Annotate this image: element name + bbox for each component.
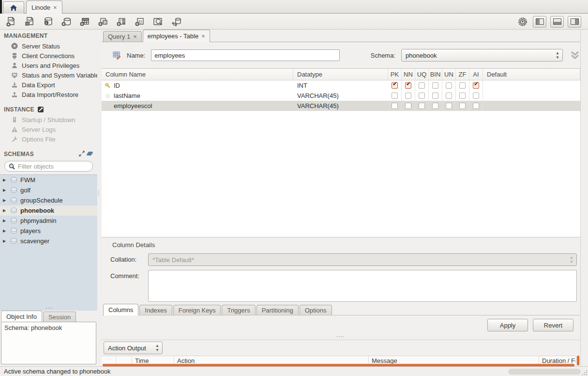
sidebar-item-status-system-variables[interactable]: Status and System Variables <box>0 70 97 80</box>
revert-button[interactable]: Revert <box>533 319 573 331</box>
tab-employees-table[interactable]: employees - Table × <box>143 30 210 42</box>
ai-checkbox[interactable] <box>473 103 479 109</box>
schema-item-players[interactable]: ▶ players <box>0 226 97 236</box>
zf-checkbox[interactable] <box>459 93 466 99</box>
tab-object-info[interactable]: Object Info <box>1 311 42 322</box>
statusbar-scrollbar-thumb[interactable] <box>508 369 581 375</box>
header-nn[interactable]: NN <box>402 69 415 80</box>
collation-select[interactable]: *Table Default* ▲▼ <box>148 253 577 266</box>
header-zf[interactable]: ZF <box>456 69 469 80</box>
open-script-icon[interactable]: SQL <box>23 16 36 28</box>
sidebar-splitter[interactable] <box>97 30 102 366</box>
schema-item-phpmyadmin[interactable]: ▶ phpmyadmin <box>0 216 97 226</box>
toggle-left-panel-button[interactable] <box>533 16 546 28</box>
search-data-icon[interactable] <box>152 16 165 28</box>
subtab-foreign-keys[interactable]: Foreign Keys <box>173 305 221 315</box>
sidebar-item-server-status[interactable]: Server Status <box>0 41 97 51</box>
column-row-id[interactable]: ID INT <box>102 80 580 91</box>
close-icon[interactable]: × <box>201 32 205 40</box>
expand-schemas-icon[interactable] <box>78 150 86 157</box>
header-uq[interactable]: UQ <box>415 69 429 80</box>
new-query-icon[interactable]: SQL <box>5 16 17 28</box>
pk-checkbox[interactable] <box>392 82 398 89</box>
un-checkbox[interactable] <box>446 93 452 99</box>
dashboard-gear-icon[interactable] <box>516 16 529 28</box>
refresh-schemas-icon[interactable] <box>86 150 93 157</box>
sidebar-item-users-privileges[interactable]: Users and Privileges <box>0 61 97 70</box>
schema-item-scavenger[interactable]: ▶ scavenger <box>0 236 97 246</box>
expander-icon[interactable]: ▶ <box>3 198 7 203</box>
ai-checkbox[interactable] <box>473 93 479 99</box>
schema-filter-input[interactable] <box>18 163 86 170</box>
resize-grip[interactable] <box>581 369 587 375</box>
header-un[interactable]: UN <box>442 69 456 80</box>
sidebar-splitter-grip[interactable] <box>46 308 55 310</box>
schema-item-groupschedule[interactable]: ▶ groupSchedule <box>0 195 97 205</box>
sidebar-item-data-export[interactable]: Data Export <box>0 80 97 90</box>
zf-checkbox[interactable] <box>459 82 466 89</box>
expander-icon[interactable]: ▶ <box>3 229 7 233</box>
connection-tab[interactable]: Linode × <box>26 0 62 14</box>
nn-checkbox[interactable] <box>405 93 411 99</box>
create-function-icon[interactable]: f() <box>134 16 146 28</box>
default-cell[interactable] <box>483 80 580 91</box>
un-checkbox[interactable] <box>446 103 452 109</box>
un-checkbox[interactable] <box>446 82 452 89</box>
schema-item-fwm[interactable]: ▶ FWM <box>0 175 97 185</box>
sidebar-item-startup-shutdown[interactable]: Startup / Shutdown <box>0 115 97 125</box>
expander-icon[interactable]: ▶ <box>3 208 7 213</box>
expander-icon[interactable]: ▶ <box>3 188 7 192</box>
schema-item-golf[interactable]: ▶ golf <box>0 185 97 195</box>
uq-checkbox[interactable] <box>419 103 425 109</box>
bin-checkbox[interactable] <box>432 93 438 99</box>
nn-checkbox[interactable] <box>405 103 411 109</box>
pk-checkbox[interactable] <box>392 103 398 109</box>
uq-checkbox[interactable] <box>419 93 425 99</box>
zf-checkbox[interactable] <box>459 103 466 109</box>
expander-icon[interactable]: ▶ <box>3 239 7 243</box>
create-table-icon[interactable] <box>78 16 91 28</box>
uq-checkbox[interactable] <box>419 82 425 89</box>
comment-textarea[interactable] <box>148 270 577 302</box>
output-selector[interactable]: Action Output ▲▼ <box>104 342 163 354</box>
output-vertical-scrollbar[interactable] <box>577 356 579 365</box>
ai-checkbox[interactable] <box>473 82 479 89</box>
close-icon[interactable]: × <box>53 4 57 11</box>
sidebar-item-server-logs[interactable]: Server Logs <box>0 125 97 134</box>
output-splitter[interactable] <box>102 335 580 340</box>
schema-select[interactable]: phonebook ▲▼ <box>401 49 563 62</box>
header-ai[interactable]: AI <box>469 69 483 80</box>
sidebar-item-data-import[interactable]: Data Import/Restore <box>0 90 97 99</box>
header-datatype[interactable]: Datatype <box>293 69 388 80</box>
tab-query-1[interactable]: Query 1 × <box>103 31 142 42</box>
toggle-bottom-panel-button[interactable] <box>550 16 564 28</box>
header-column-name[interactable]: Column Name <box>102 69 293 80</box>
sidebar-item-client-connections[interactable]: Client Connections <box>0 51 97 61</box>
expand-header-chevron-icon[interactable] <box>570 50 580 60</box>
subtab-triggers[interactable]: Triggers <box>222 305 255 315</box>
column-row-lastname[interactable]: ◇ lastName VARCHAR(45) <box>102 91 580 101</box>
create-view-icon[interactable] <box>97 16 109 28</box>
create-schema-icon[interactable] <box>60 16 73 28</box>
toggle-right-panel-button[interactable] <box>568 16 581 28</box>
expander-icon[interactable]: ▶ <box>3 219 7 223</box>
schema-item-phonebook[interactable]: ▶ phonebook <box>0 205 97 216</box>
expander-icon[interactable]: ▶ <box>3 178 7 182</box>
subtab-options[interactable]: Options <box>300 305 332 315</box>
default-cell[interactable] <box>483 101 580 111</box>
schema-inspector-icon[interactable]: i <box>42 16 54 28</box>
default-cell[interactable] <box>483 91 580 101</box>
bin-checkbox[interactable] <box>432 82 438 89</box>
nn-checkbox[interactable] <box>405 82 411 89</box>
home-tab[interactable] <box>3 1 24 14</box>
pk-checkbox[interactable] <box>392 93 398 99</box>
subtab-columns[interactable]: Columns <box>103 304 138 315</box>
reconnect-icon[interactable] <box>170 16 183 28</box>
header-default[interactable]: Default <box>483 69 580 80</box>
header-pk[interactable]: PK <box>388 69 402 80</box>
create-routine-icon[interactable] <box>115 16 128 28</box>
subtab-partitioning[interactable]: Partitioning <box>256 305 299 315</box>
column-row-employeescol[interactable]: employeescol VARCHAR(45) <box>102 101 580 111</box>
tab-session[interactable]: Session <box>43 312 76 322</box>
apply-button[interactable]: Apply <box>487 319 528 331</box>
